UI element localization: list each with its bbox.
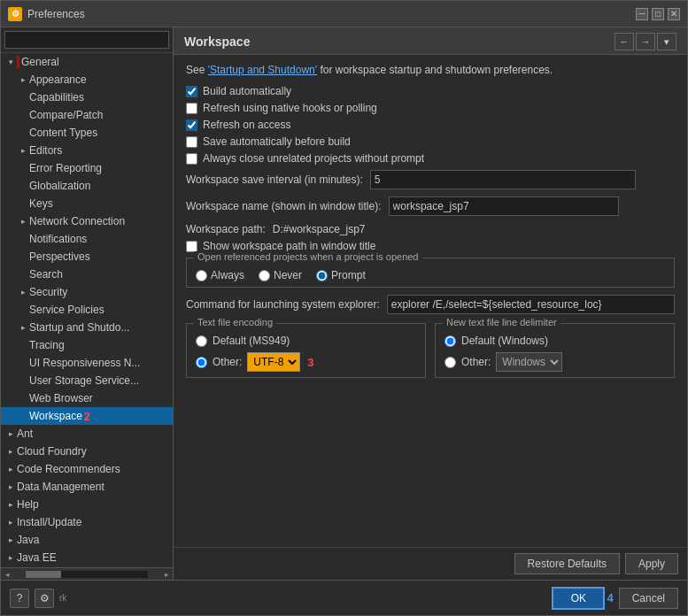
refresh-native-label: Refresh using native hooks or polling [203, 102, 377, 114]
sidebar-item-perspectives[interactable]: Perspectives [1, 248, 173, 266]
workspace-name-label: Workspace name (shown in window title): [186, 200, 382, 212]
sidebar-item-label: Tracing [29, 339, 65, 351]
sidebar-item-startup-shutdown[interactable]: Startup and Shutdo... [1, 319, 173, 336]
nav-back-button[interactable]: ← [615, 33, 634, 50]
general-red-marker [17, 56, 19, 68]
encoding-other-select[interactable]: UTF-8 [247, 352, 300, 372]
newline-default-row: Default (Windows) [444, 335, 665, 347]
sidebar-item-label: Security [29, 286, 67, 298]
sidebar-item-content-types[interactable]: Content Types [1, 124, 173, 142]
nav-menu-button[interactable]: ▾ [657, 33, 676, 50]
sidebar-horizontal-scrollbar[interactable]: ◂ ▸ [1, 567, 173, 580]
scroll-right-btn[interactable]: ▸ [160, 568, 173, 580]
sidebar-item-user-storage[interactable]: User Storage Service... [1, 372, 173, 389]
sidebar-item-web-browser[interactable]: Web Browser [1, 389, 173, 407]
apply-button[interactable]: Apply [625, 553, 678, 574]
save-before-build-row: Save automatically before build [186, 135, 675, 148]
save-interval-label: Workspace save interval (in minutes): [186, 173, 363, 186]
cmd-input[interactable] [387, 295, 675, 314]
encoding-default-label: Default (MS949) [213, 335, 290, 347]
refresh-access-label: Refresh on access [203, 119, 290, 131]
sidebar-item-ui-responsiveness[interactable]: UI Responsiveness N... [1, 354, 173, 372]
nav-forward-button[interactable]: → [636, 33, 655, 50]
content-types-arrow [17, 127, 29, 139]
network-arrow [17, 215, 29, 227]
sidebar-item-network-connection[interactable]: Network Connection [1, 212, 173, 230]
refresh-native-checkbox[interactable] [186, 103, 197, 114]
radio-prompt-input[interactable] [316, 270, 328, 281]
workspace-name-input[interactable] [389, 196, 619, 216]
general-arrow [4, 56, 17, 68]
save-before-build-checkbox[interactable] [186, 136, 197, 148]
sidebar-item-label: Install/Update [17, 516, 81, 528]
sidebar-item-search[interactable]: Search [1, 266, 173, 283]
sidebar-item-compare-patch[interactable]: Compare/Patch [1, 106, 173, 124]
compare-arrow [17, 109, 29, 121]
sidebar-item-notifications[interactable]: Notifications [1, 230, 173, 248]
open-referenced-radio-row: Always Never Prompt [196, 269, 665, 281]
settings-icon-button[interactable]: ⚙ [35, 589, 54, 608]
sidebar-item-security[interactable]: Security [1, 283, 173, 301]
radio-never-input[interactable] [259, 270, 270, 281]
sidebar-item-globalization[interactable]: Globalization [1, 177, 173, 195]
sidebar-item-appearance[interactable]: Appearance [1, 71, 173, 89]
close-button[interactable]: ✕ [668, 8, 680, 20]
sidebar-item-tracing[interactable]: Tracing [1, 336, 173, 354]
sidebar-item-data-management[interactable]: Data Management [1, 478, 173, 496]
ok-button[interactable]: OK [552, 587, 605, 610]
cancel-button[interactable]: Cancel [619, 588, 678, 609]
sidebar-item-label: Notifications [29, 233, 87, 245]
user-storage-arrow [17, 374, 29, 387]
cmd-label: Command for launching system explorer: [186, 298, 380, 311]
sidebar-item-keys[interactable]: Keys [1, 195, 173, 212]
refresh-access-checkbox[interactable] [186, 119, 197, 131]
newline-other-select[interactable]: Windows [496, 352, 562, 372]
radio-always-input[interactable] [196, 270, 207, 281]
newline-other-radio[interactable] [444, 357, 456, 368]
encoding-default-radio[interactable] [196, 335, 207, 347]
sidebar-item-general[interactable]: General [1, 53, 173, 71]
newline-default-radio[interactable] [444, 335, 456, 347]
sidebar-item-workspace[interactable]: Workspace 2 [1, 407, 173, 425]
info-suffix: for workspace startup and shutdown prefe… [320, 64, 553, 76]
startup-shutdown-link[interactable]: 'Startup and Shutdown' [208, 64, 317, 76]
cloud-arrow [4, 445, 17, 458]
minimize-button[interactable]: ─ [636, 8, 648, 20]
sidebar-search-input[interactable] [4, 31, 169, 49]
sidebar-item-cloud-foundry[interactable]: Cloud Foundry [1, 443, 173, 460]
encoding-badge: 3 [307, 356, 313, 369]
radio-prompt: Prompt [316, 269, 366, 281]
sidebar-item-service-policies[interactable]: Service Policies [1, 301, 173, 319]
scroll-left-btn[interactable]: ◂ [1, 568, 13, 580]
workspace-path-row: Workspace path: D:#workspace_jsp7 [186, 223, 675, 235]
sidebar-item-editors[interactable]: Editors [1, 142, 173, 159]
help-icon-button[interactable]: ? [10, 589, 29, 608]
sidebar-item-label: Java [17, 534, 39, 546]
newline-delimiter-box: New text file line delimiter Default (Wi… [435, 323, 675, 378]
restore-defaults-button[interactable]: Restore Defaults [514, 553, 620, 574]
build-auto-checkbox[interactable] [186, 86, 197, 97]
maximize-button[interactable]: □ [652, 8, 664, 20]
sidebar-item-ant[interactable]: Ant [1, 425, 173, 443]
sidebar-item-install-update[interactable]: Install/Update [1, 513, 173, 531]
show-path-checkbox[interactable] [186, 241, 197, 252]
sidebar-item-java-ee[interactable]: Java EE [1, 549, 173, 566]
sidebar-item-error-reporting[interactable]: Error Reporting [1, 159, 173, 177]
scroll-track [26, 571, 148, 578]
sidebar-item-java[interactable]: Java [1, 531, 173, 549]
sidebar-item-help[interactable]: Help [1, 496, 173, 513]
save-interval-input[interactable] [370, 170, 636, 189]
encoding-other-radio[interactable] [196, 357, 207, 368]
sidebar-item-label: Network Connection [29, 215, 125, 227]
radio-never-label: Never [274, 269, 302, 281]
radio-never: Never [259, 269, 302, 281]
info-prefix: See [186, 64, 208, 76]
close-unrelated-checkbox[interactable] [186, 153, 197, 165]
sidebar-item-label: Compare/Patch [29, 109, 103, 121]
sidebar-item-label: Editors [29, 144, 62, 157]
security-arrow [17, 286, 29, 298]
sidebar-item-capabilities[interactable]: Capabilities [1, 89, 173, 106]
code-rec-arrow [4, 463, 17, 475]
build-auto-label: Build automatically [203, 85, 291, 97]
sidebar-item-code-recommenders[interactable]: Code Recommenders [1, 460, 173, 478]
